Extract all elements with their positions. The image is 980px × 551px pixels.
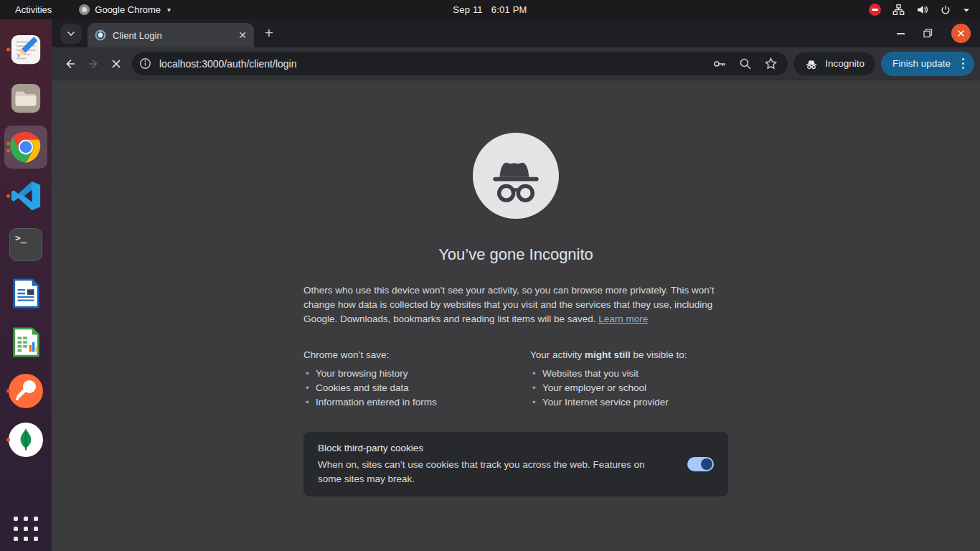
dock-item-google-chrome[interactable] [4, 126, 47, 169]
wont-save-list: Your browsing history Cookies and site d… [303, 367, 530, 410]
terminal-icon: >_ [9, 228, 42, 261]
browser-toolbar: localhost:3000/auth/client/login Incogni… [52, 47, 980, 80]
volume-icon [916, 4, 928, 16]
power-icon [940, 4, 951, 16]
incognito-avatar [473, 133, 559, 219]
do-not-disturb-icon [869, 4, 881, 16]
ubuntu-dock: >_ [0, 19, 52, 551]
omnibox[interactable]: localhost:3000/auth/client/login [132, 52, 788, 75]
url-text[interactable]: localhost:3000/auth/client/login [159, 58, 712, 70]
stop-loading-button[interactable] [105, 52, 128, 75]
info-columns: Chrome won’t save: Your browsing history… [303, 349, 728, 410]
list-item: Your employer or school [530, 381, 728, 395]
back-arrow-icon [64, 57, 77, 70]
list-item: Cookies and site data [303, 381, 530, 395]
writer-icon [9, 277, 42, 310]
clock-time: 6:01 PM [491, 4, 527, 15]
omnibox-trailing-icons [712, 57, 778, 71]
window-controls [897, 19, 980, 47]
chrome-icon [9, 130, 43, 164]
system-tray[interactable] [869, 4, 980, 16]
tab-close-button[interactable]: ✕ [235, 28, 250, 42]
visible-to-heading: Your activity might still be visible to: [530, 349, 728, 360]
dock-item-files[interactable] [4, 77, 47, 120]
third-party-cookies-card: Block third-party cookies When on, sites… [303, 432, 728, 496]
text-editor-icon [9, 33, 42, 66]
restore-button[interactable] [923, 29, 933, 38]
running-indicator [6, 48, 10, 52]
incognito-icon [804, 58, 819, 70]
gnome-top-bar: Activities Google Chrome ▾ Sep 116:01 PM [0, 0, 980, 19]
heading-bold: might still [585, 349, 631, 360]
visible-to-column: Your activity might still be visible to:… [530, 349, 728, 410]
caret-down-icon [963, 7, 970, 13]
finish-update-label: Finish update [892, 58, 951, 69]
new-tab-button[interactable]: + [259, 23, 279, 43]
running-indicator [6, 194, 10, 198]
cookie-card-title: Block third-party cookies [318, 441, 666, 456]
menu-three-dots-icon[interactable] [958, 54, 969, 73]
mongodb-icon [9, 423, 43, 457]
calc-icon [9, 326, 42, 359]
block-cookies-toggle[interactable] [687, 457, 714, 471]
stop-x-icon [111, 59, 121, 69]
list-item: Websites that you visit [530, 367, 728, 381]
dock-item-text-editor[interactable] [4, 28, 47, 71]
wont-save-heading: Chrome won’t save: [303, 349, 530, 360]
running-indicator [6, 390, 10, 393]
running-indicator [6, 438, 10, 442]
learn-more-link[interactable]: Learn more [598, 314, 648, 324]
close-icon [957, 29, 965, 37]
list-item: Your Internet service provider [530, 395, 728, 410]
dock-item-libreoffice-calc[interactable] [4, 321, 47, 364]
forward-button[interactable] [82, 52, 105, 75]
dock-item-postman[interactable] [4, 369, 47, 413]
postman-icon [9, 374, 43, 408]
close-button[interactable] [951, 24, 971, 43]
toggle-knob [701, 458, 712, 470]
cookie-card-text: Block third-party cookies When on, sites… [318, 441, 687, 486]
incognito-badge: Incognito [793, 52, 875, 75]
heading-pre: Your activity [530, 349, 585, 360]
zoom-magnifier-icon[interactable] [739, 57, 752, 70]
chrome-window: Client Login ✕ + localhost:3000/auth/cli… [52, 19, 980, 551]
password-key-icon[interactable] [712, 57, 727, 71]
minimize-button[interactable] [897, 33, 905, 34]
dock-item-libreoffice-writer[interactable] [4, 272, 47, 315]
finish-update-button[interactable]: Finish update [881, 52, 974, 76]
incognito-new-tab-page: You’ve gone Incognito Others who use thi… [52, 80, 980, 551]
page-title: You’ve gone Incognito [303, 245, 728, 264]
network-icon [892, 4, 905, 16]
back-button[interactable] [59, 52, 82, 75]
site-info-button[interactable] [136, 55, 154, 73]
info-icon [139, 57, 151, 70]
incognito-hat-glasses-icon [480, 140, 552, 212]
dock-item-mongodb-compass[interactable] [4, 418, 47, 461]
heading-post: be visible to: [631, 349, 687, 360]
page-description: Others who use this device won’t see you… [303, 283, 728, 326]
forward-arrow-icon [87, 57, 100, 70]
dock-item-vscode[interactable] [4, 174, 47, 217]
show-applications-button[interactable] [14, 517, 38, 541]
vscode-icon [9, 179, 42, 212]
dock-item-terminal[interactable]: >_ [4, 223, 47, 266]
description-text: Others who use this device won’t see you… [303, 285, 715, 324]
wont-save-column: Chrome won’t save: Your browsing history… [303, 349, 530, 410]
bookmark-star-icon[interactable] [764, 57, 778, 70]
tab-title: Client Login [113, 30, 235, 41]
chevron-down-icon [67, 31, 75, 37]
clock[interactable]: Sep 116:01 PM [0, 4, 980, 15]
visible-to-list: Websites that you visit Your employer or… [530, 367, 728, 410]
files-icon [9, 82, 42, 115]
cookie-card-description: When on, sites can’t use cookies that tr… [318, 458, 666, 486]
incognito-badge-label: Incognito [825, 58, 864, 69]
tab-client-login[interactable]: Client Login ✕ [88, 23, 254, 47]
running-indicator [6, 142, 10, 153]
clock-date: Sep 11 [453, 4, 482, 15]
tab-strip: Client Login ✕ + [52, 19, 980, 47]
list-item: Information entered in forms [303, 395, 530, 410]
tab-search-button[interactable] [60, 24, 82, 44]
list-item: Your browsing history [303, 367, 530, 381]
tab-favicon [95, 29, 106, 41]
